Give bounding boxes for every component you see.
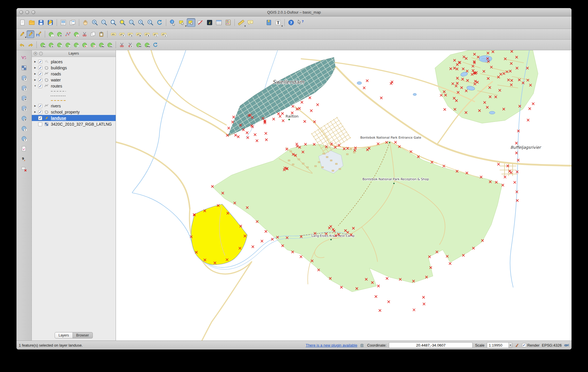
expander-icon[interactable]: ▶ [34, 111, 37, 113]
dropdown-arrow-icon[interactable]: ▾ [244, 25, 246, 27]
current-edits-button[interactable]: ▾ [18, 30, 26, 38]
expander-icon[interactable]: ▶ [34, 72, 37, 75]
deselect-all-button[interactable] [196, 18, 205, 27]
open-attribute-table-button[interactable] [215, 18, 223, 27]
text-annotation-button[interactable]: T▾ [274, 18, 282, 27]
map-canvas[interactable]: SwellendamRailtonBontebok National Park … [116, 50, 572, 341]
layer-item-places[interactable]: ▶✓places [32, 59, 116, 65]
rotate-feature-button[interactable]: Ro [39, 41, 47, 49]
show-bookmarks-button[interactable] [265, 18, 273, 27]
layer-visibility-checkbox[interactable]: ✓ [38, 60, 42, 64]
zoom-out-button[interactable] [100, 18, 108, 27]
select-features-button[interactable]: ▾ [177, 18, 186, 27]
save-project-as-button[interactable] [46, 18, 55, 27]
add-feature-button[interactable]: + [47, 30, 55, 38]
layer-item-rivers[interactable]: ▶✓rivers [32, 103, 116, 109]
layer-item-routes[interactable]: ▼✓routes [32, 83, 116, 89]
save-layer-edits-button[interactable] [35, 30, 43, 38]
layer-visibility-checkbox[interactable]: ✓ [38, 110, 42, 114]
combo-arrow-icon[interactable]: ▾ [509, 343, 512, 348]
add-part-button[interactable]: P+ [64, 41, 72, 49]
add-wcs-layer-button[interactable]: C [20, 124, 28, 133]
layer-visibility-checkbox[interactable]: ✓ [38, 84, 42, 88]
remove-layer-group-button[interactable] [20, 165, 28, 173]
delete-ring-button[interactable]: R- [81, 41, 88, 49]
layer-visibility-checkbox[interactable]: ✓ [38, 66, 42, 70]
node-tool-button[interactable] [64, 30, 72, 38]
layer-visibility-checkbox[interactable]: ✓ [38, 78, 42, 82]
map-tips-button[interactable] [246, 18, 255, 27]
redo-button[interactable] [27, 41, 34, 49]
merge-attributes-button[interactable]: Ma [143, 41, 151, 49]
layer-visibility-checkbox[interactable] [38, 122, 42, 126]
refresh-map-button[interactable] [155, 18, 164, 27]
panel-float-button[interactable]: ◦ [39, 52, 43, 55]
open-project-button[interactable] [27, 18, 36, 27]
undo-button[interactable] [18, 41, 26, 49]
save-project-button[interactable] [37, 18, 45, 27]
expander-icon[interactable]: ▶ [34, 66, 37, 69]
field-calculator-button[interactable] [224, 18, 232, 27]
dropdown-arrow-icon[interactable]: ▾ [185, 25, 186, 27]
dropdown-arrow-icon[interactable]: ▾ [281, 25, 283, 27]
identify-features-button[interactable]: i [168, 18, 177, 27]
select-by-rectangle-button[interactable] [187, 18, 195, 27]
new-project-button[interactable] [18, 18, 27, 27]
add-delimited-text-layer-button[interactable]: 9, [20, 155, 28, 163]
offset-curve-button[interactable]: Oc [106, 41, 114, 49]
expander-icon[interactable]: ▶ [34, 79, 37, 81]
measure-line-button[interactable]: ▾ [237, 18, 245, 27]
help-contents-button[interactable]: ? [287, 18, 295, 27]
render-check-icon[interactable]: ✓ [522, 343, 526, 347]
change-label-properties-button[interactable]: abcC [151, 30, 159, 38]
cut-features-button[interactable] [81, 30, 88, 38]
add-oracle-layer-button[interactable]: O [20, 104, 28, 112]
expander-icon[interactable]: ▶ [34, 105, 37, 107]
composer-manager-button[interactable] [68, 18, 77, 27]
simplify-feature-button[interactable]: Si [47, 41, 55, 49]
layer-item-landuse[interactable]: ✓landuse [32, 115, 116, 121]
tab-layers[interactable]: Layers [55, 332, 73, 338]
layer-item-school_property[interactable]: ▶✓school_property [32, 109, 116, 115]
toggle-editing-button[interactable] [27, 30, 34, 38]
plugin-icon[interactable] [360, 343, 365, 348]
new-shapefile-layer-button[interactable] [20, 145, 28, 153]
zoom-next-button[interactable] [146, 18, 155, 27]
minimize-button[interactable] [25, 10, 29, 14]
add-vector-layer-button[interactable] [20, 54, 28, 62]
layer-visibility-checkbox[interactable]: ✓ [38, 104, 42, 108]
copy-features-button[interactable] [89, 30, 97, 38]
layer-visibility-checkbox[interactable]: ✓ [38, 72, 42, 76]
layer-item-3420C_2010_327_RGB_LATLNG[interactable]: 3420C_2010_327_RGB_LATLNG [32, 121, 116, 127]
layer-visibility-checkbox[interactable]: ✓ [38, 116, 42, 120]
merge-features-button[interactable]: Mf [135, 41, 143, 49]
layer-item-buildings[interactable]: ▶✓buildings [32, 65, 116, 71]
stop-render-icon[interactable] [515, 343, 520, 348]
zoom-last-button[interactable] [137, 18, 145, 27]
zoom-full-button[interactable] [109, 18, 118, 27]
pan-map-button[interactable] [81, 18, 90, 27]
paste-features-button[interactable] [97, 30, 105, 38]
rotate-point-symbols-button[interactable] [151, 41, 159, 49]
add-wms-layer-button[interactable]: W [20, 114, 28, 122]
layer-item-water[interactable]: ▶✓water [32, 77, 116, 83]
reshape-features-button[interactable]: Re [97, 41, 105, 49]
delete-selected-button[interactable]: x [72, 30, 80, 38]
fill-ring-button[interactable]: F+ [72, 41, 80, 49]
render-checkbox[interactable]: ✓ Render [522, 343, 540, 347]
zoom-button[interactable] [32, 10, 35, 14]
add-raster-layer-button[interactable] [20, 64, 28, 72]
new-print-composer-button[interactable] [59, 18, 68, 27]
add-mssql-layer-button[interactable]: M [20, 94, 28, 102]
add-ring-button[interactable]: R+ [56, 41, 63, 49]
pin-labels-button[interactable]: abcP [118, 30, 126, 38]
expander-icon[interactable]: ▶ [34, 60, 37, 63]
show-hide-labels-button[interactable]: abcS [160, 30, 168, 38]
close-button[interactable] [19, 10, 23, 14]
zoom-to-layer-button[interactable] [127, 18, 136, 27]
split-features-button[interactable] [118, 41, 126, 49]
highlight-pinned-labels-button[interactable]: abcH [126, 30, 134, 38]
zoom-to-selection-button[interactable] [118, 18, 127, 27]
new-plugin-link[interactable]: There is a new plugin available [306, 343, 357, 347]
dropdown-arrow-icon[interactable]: ▾ [25, 36, 26, 39]
